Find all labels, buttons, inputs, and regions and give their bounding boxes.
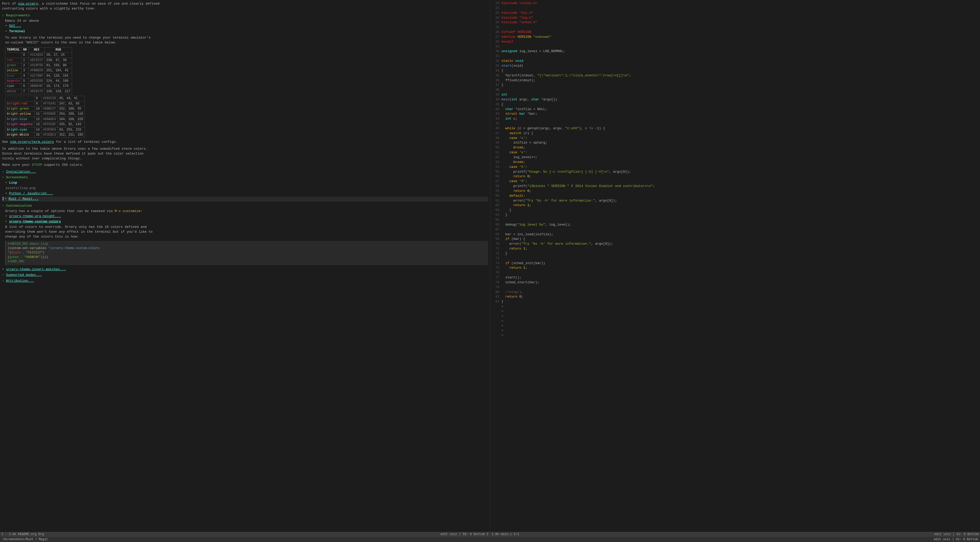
code-line: 42 char *inifile = NULL; xyxy=(492,107,978,112)
line-number: 64 xyxy=(492,213,500,218)
termcol-table-2: bright-black8#202C2945, 44, 41 brright-r… xyxy=(5,96,85,138)
code-line: 28#endif xyxy=(492,40,978,45)
line-number: 33 xyxy=(492,64,500,68)
code-line: 44 int c; xyxy=(492,116,978,121)
line-number: 25 xyxy=(492,25,500,30)
intro-text: Port of via-srcery, a colorscheme that f… xyxy=(2,2,488,11)
line-number: 69 xyxy=(492,237,500,242)
line-number: 63 xyxy=(492,208,500,213)
code-line: 77 start(); xyxy=(492,275,978,280)
emacs-req: Emacs 24 or above xyxy=(2,19,488,24)
line-number: 35 xyxy=(492,73,500,78)
code-line: 27#define VERSION "unknown" xyxy=(492,35,978,40)
line-number: 21 xyxy=(492,6,500,11)
code-line: ~ xyxy=(492,309,978,314)
code-line: 68 bar = ini_load(inifile); xyxy=(492,232,978,237)
line-number: 32 xyxy=(492,59,500,64)
code-line: 53 break; xyxy=(492,160,978,165)
code-line: 66 debug("log level %u", log_level); xyxy=(492,223,978,227)
screenshots-header: ○ Screenshots xyxy=(2,175,488,180)
line-number: 59 xyxy=(492,189,500,194)
line-number: 73 xyxy=(492,256,500,261)
code-line: 31 xyxy=(492,54,978,59)
line-number: 51 xyxy=(492,150,500,155)
org-height-link[interactable]: srcery-theme-org-height... xyxy=(9,214,61,218)
line-number: 43 xyxy=(492,111,500,116)
line-number: 77 xyxy=(492,275,500,280)
custom-colors-link[interactable]: srcery-theme-custom-colors xyxy=(9,220,61,224)
blank-space xyxy=(2,284,488,304)
code-line: 39int xyxy=(492,92,978,97)
code-block-begin: #=BEGIN_SRC emacs-lisp xyxy=(8,242,486,246)
line-number: 41 xyxy=(492,102,500,107)
supported-link[interactable]: Supported modes... xyxy=(6,273,42,277)
right-pane: 20#include <stdio.h>21 22#include "ini.h… xyxy=(490,0,980,536)
right-status-bar: 1.8k main.c C/1 edit unix | 41: 0 Bottom xyxy=(490,532,980,536)
line-number: 75 xyxy=(492,265,500,270)
code-line: 82} xyxy=(492,299,978,304)
terminal-req: • Terminal xyxy=(2,29,488,34)
code-line: 32static void xyxy=(492,59,978,64)
code-line: 50 break; xyxy=(492,145,978,150)
editor-area: Port of via-srcery, a colorscheme that f… xyxy=(0,0,980,536)
line-number: 53 xyxy=(492,160,500,165)
rust-link[interactable]: Rust / Magit... xyxy=(8,197,38,201)
code-line: 70 error("Try '%s -h' for more informati… xyxy=(492,242,978,246)
line-number: 52 xyxy=(492,155,500,160)
line-number: 80 xyxy=(492,290,500,295)
line-number: 82 xyxy=(492,299,500,304)
code-line: 67 xyxy=(492,227,978,232)
line-number: 61 xyxy=(492,199,500,203)
line-number: 34 xyxy=(492,68,500,73)
invert-link[interactable]: srcery-theme-invert-matches... xyxy=(6,267,66,271)
right-status-right: edit unix | 41: 0 Bottom xyxy=(934,532,978,536)
line-number: 76 xyxy=(492,270,500,275)
code-line: 38 xyxy=(492,87,978,92)
via-srcery-link[interactable]: via-srcery xyxy=(18,2,38,6)
code-line: 45 xyxy=(492,121,978,126)
bottom-right-status: edit unix | 41: 0 Bottom xyxy=(934,538,978,541)
line-number: 68 xyxy=(492,232,500,237)
line-number: 26 xyxy=(492,30,500,35)
code-line: ~ xyxy=(492,328,978,333)
rust-item: ▌• Rust / Magit... xyxy=(2,197,488,202)
code-line: 61 error("Try '%s -h' for more informati… xyxy=(492,199,978,203)
line-number: 60 xyxy=(492,194,500,199)
bottom-left: /Screenshots/Rust / Magit xyxy=(2,538,48,541)
line-number: 20 xyxy=(492,1,500,6)
left-pane-content[interactable]: Port of via-srcery, a colorscheme that f… xyxy=(0,0,490,532)
line-number: 48 xyxy=(492,136,500,141)
code-view: 20#include <stdio.h>21 22#include "ini.h… xyxy=(492,1,978,338)
line-number: 29 xyxy=(492,45,500,49)
code-line: 78 sched_start(bar); xyxy=(492,280,978,285)
line-number: 45 xyxy=(492,121,500,126)
right-status-text: 1.8k main.c C/1 xyxy=(492,532,519,536)
code-line: 21 xyxy=(492,6,978,11)
code-line: 35 fprintf(stdout, "{\"version\":1,\"cli… xyxy=(492,73,978,78)
term-colors-link[interactable]: vim-srcery/term.colors xyxy=(10,140,54,144)
code-line: 30unsigned log_level = LOG_NORMAL; xyxy=(492,49,978,54)
installation-link[interactable]: Installation... xyxy=(6,170,36,174)
termcol-table: TERMCOLNRHEXRGB black0#1C1B1928, 27, 25 … xyxy=(5,47,72,94)
code-line: 40main(int argc, char *argv[]) xyxy=(492,97,978,102)
code-line: 33start(void) xyxy=(492,64,978,68)
code-line: 73 xyxy=(492,256,978,261)
code-line: 29 xyxy=(492,45,978,49)
line-number: 46 xyxy=(492,126,500,131)
code-line: 57 case 'V': xyxy=(492,179,978,184)
right-pane-content[interactable]: 20#include <stdio.h>21 22#include "ini.h… xyxy=(490,0,980,532)
code-line: 72 } xyxy=(492,251,978,256)
org-height-option: • srcery-theme-org-height... xyxy=(2,214,488,219)
python-js-link[interactable]: Python / JavaScript... xyxy=(9,192,53,196)
code-line: 49 inifile = optarg; xyxy=(492,140,978,145)
code-line: ~ xyxy=(492,324,978,329)
code-line: 52 log_level++; xyxy=(492,155,978,160)
line-number: 31 xyxy=(492,54,500,59)
attribution-link[interactable]: Attribution... xyxy=(6,279,34,283)
gui-link[interactable]: GUI... xyxy=(9,24,21,28)
line-number: 36 xyxy=(492,78,500,83)
code-line: 54 case 'h': xyxy=(492,165,978,170)
term-colors-ref: See vim-srcery/term.colors for a list of… xyxy=(2,140,488,145)
code-line: 62 return 1; xyxy=(492,203,978,208)
code-line: 63 } xyxy=(492,208,978,213)
